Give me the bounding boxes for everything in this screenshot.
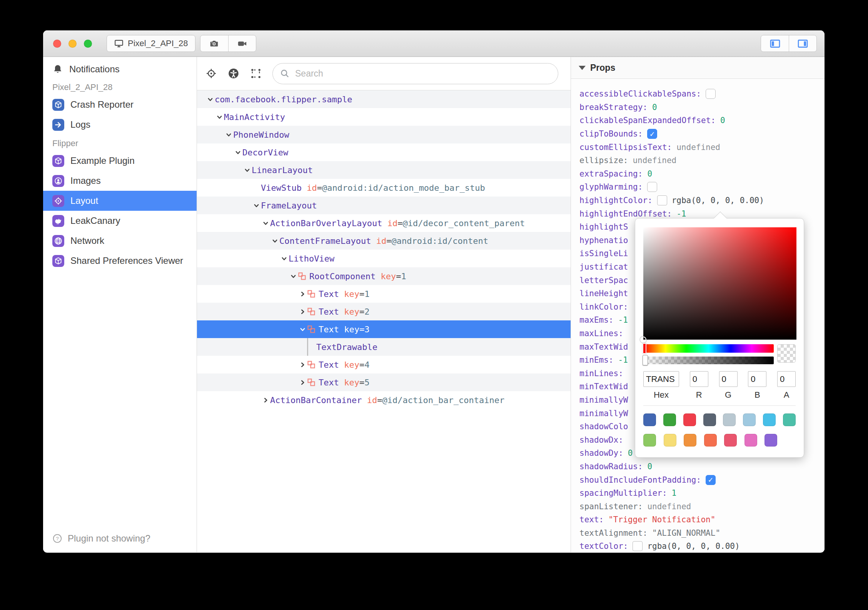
device-tab[interactable]: Pixel_2_API_28 [107, 35, 195, 52]
tree-node-actionbarcontainer-id-action-bar-container[interactable]: ActionBarContainer id=@id/action_bar_con… [197, 391, 571, 409]
tree-node-textdrawable[interactable]: TextDrawable [197, 338, 571, 356]
blue-input[interactable] [748, 371, 766, 387]
chevron-down-icon[interactable] [270, 238, 279, 244]
chevron-right-icon[interactable] [298, 291, 307, 297]
checkbox-checked[interactable]: ✓ [647, 129, 657, 139]
color-swatch[interactable] [703, 413, 716, 426]
sidebar-item-notifications[interactable]: Notifications [43, 60, 197, 78]
chevron-down-icon[interactable] [205, 96, 215, 103]
props-header[interactable]: Props [571, 57, 825, 79]
node-name: FrameLayout [261, 201, 317, 210]
node-attr-equals: = [317, 183, 322, 193]
sidebar-item-images[interactable]: Images [43, 171, 197, 191]
color-swatch[interactable] [783, 413, 796, 426]
red-input[interactable] [690, 371, 708, 387]
prop-row-ellipsize: ellipsize:undefined [579, 154, 825, 167]
tree-node-text-3[interactable]: Text key=3 [197, 320, 571, 338]
color-swatch[interactable] [743, 413, 756, 426]
zoom-window-button[interactable] [84, 40, 92, 48]
chevron-right-icon[interactable] [298, 379, 307, 386]
spacer [339, 307, 344, 317]
tree-node-text-1[interactable]: Text key=1 [197, 285, 571, 303]
sidebar-item-label: Images [70, 175, 101, 186]
color-swatch[interactable] [704, 434, 717, 447]
color-swatch[interactable] [765, 434, 777, 447]
color-swatch[interactable] [664, 434, 676, 447]
sidebar-item-layout[interactable]: Layout [43, 191, 197, 211]
alpha-slider-handle[interactable] [643, 355, 648, 365]
green-input[interactable] [719, 371, 738, 387]
color-swatch[interactable] [643, 413, 656, 426]
chevron-down-icon[interactable] [279, 255, 289, 262]
checkbox-unchecked[interactable] [706, 89, 716, 99]
chevron-down-icon[interactable] [298, 326, 307, 333]
hue-slider[interactable] [643, 344, 774, 353]
checkbox-unchecked[interactable] [647, 182, 657, 192]
alpha-slider[interactable] [643, 357, 774, 364]
screen-record-button[interactable] [228, 35, 256, 52]
color-swatch[interactable] [763, 413, 776, 426]
alpha-input[interactable] [777, 371, 796, 387]
chevron-down-icon[interactable] [224, 132, 233, 138]
tree-node-decorview[interactable]: DecorView [197, 143, 571, 161]
chevron-down-icon[interactable] [215, 114, 224, 120]
tree-node-lithoview[interactable]: LithoView [197, 250, 571, 267]
tree-node-mainactivity[interactable]: MainActivity [197, 108, 571, 126]
color-swatch[interactable] [663, 413, 676, 426]
sidebar-item-example-plugin[interactable]: Example Plugin [43, 151, 197, 171]
tree-node-text-2[interactable]: Text key=2 [197, 303, 571, 320]
color-swatch-checkbox[interactable] [633, 541, 643, 551]
close-window-button[interactable] [53, 40, 61, 48]
tree-node-actionbaroverlaylayout-id-decor-content-parent[interactable]: ActionBarOverlayLayout id=@id/decor_cont… [197, 214, 571, 232]
minimize-window-button[interactable] [68, 40, 77, 48]
chevron-down-icon[interactable] [233, 149, 242, 156]
layout-bounds-icon[interactable] [250, 68, 262, 79]
sidebar-item-crash-reporter[interactable]: Crash Reporter [43, 95, 197, 115]
tree-node-viewstub-android-id-action-mode-bar-stub[interactable]: ViewStub id=@android:id/action_mode_bar_… [197, 179, 571, 197]
tree-node-phonewindow[interactable]: PhoneWindow [197, 126, 571, 143]
prop-label: minimallyW [579, 395, 628, 405]
chevron-down-icon[interactable] [242, 167, 252, 173]
chevron-right-icon[interactable] [298, 308, 307, 315]
tree-node-rootcomponent-1[interactable]: RootComponent key=1 [197, 267, 571, 285]
spacer [339, 360, 344, 370]
chevron-down-icon[interactable] [252, 202, 261, 209]
color-swatch[interactable] [723, 413, 736, 426]
chevron-down-icon[interactable] [289, 273, 298, 280]
sidebar-item-network[interactable]: Network [43, 231, 197, 251]
checkbox-checked[interactable]: ✓ [706, 475, 716, 485]
color-swatch[interactable] [724, 434, 737, 447]
accessibility-icon[interactable] [228, 68, 239, 79]
saturation-square[interactable] [643, 227, 796, 340]
search-input[interactable] [294, 68, 554, 79]
color-swatch-checkbox[interactable] [657, 195, 667, 205]
color-swatch[interactable] [683, 413, 696, 426]
tree-node-com-facebook-flipper-sample[interactable]: com.facebook.flipper.sample [197, 90, 571, 108]
color-swatch[interactable] [643, 434, 656, 447]
toggle-left-panel-button[interactable] [761, 35, 789, 52]
screenshot-button[interactable] [200, 35, 228, 52]
color-swatch[interactable] [684, 434, 696, 447]
hex-input[interactable] [643, 371, 679, 387]
plugin-not-showing-link[interactable]: ? Plugin not showing? [52, 533, 150, 544]
node-attr-value: 3 [364, 325, 369, 334]
chevron-right-icon[interactable] [298, 362, 307, 368]
sidebar-item-logs[interactable]: Logs [43, 115, 197, 135]
tree-node-text-4[interactable]: Text key=4 [197, 356, 571, 373]
tree-node-text-5[interactable]: Text key=5 [197, 373, 571, 391]
prop-row-spanlistener: spanListener:undefined [579, 500, 825, 513]
tree-node-contentframelayout-android-id-content[interactable]: ContentFrameLayout id=@android:id/conten… [197, 232, 571, 250]
sidebar-item-shared-preferences-viewer[interactable]: Shared Preferences Viewer [43, 251, 197, 271]
tree-node-framelayout[interactable]: FrameLayout [197, 197, 571, 214]
toggle-right-panel-button[interactable] [789, 35, 816, 52]
chevron-right-icon[interactable] [261, 397, 270, 403]
hue-slider-handle[interactable] [643, 343, 646, 354]
tree-node-linearlayout[interactable]: LinearLayout [197, 161, 571, 179]
chevron-down-icon[interactable] [261, 220, 270, 227]
device-tab-label: Pixel_2_API_28 [128, 38, 188, 48]
target-icon[interactable] [205, 68, 217, 79]
node-attr-value: @id/decor_content_parent [402, 218, 525, 228]
color-swatch[interactable] [744, 434, 757, 447]
saturation-cursor[interactable] [640, 337, 646, 343]
sidebar-item-leakcanary[interactable]: LeakCanary [43, 211, 197, 231]
